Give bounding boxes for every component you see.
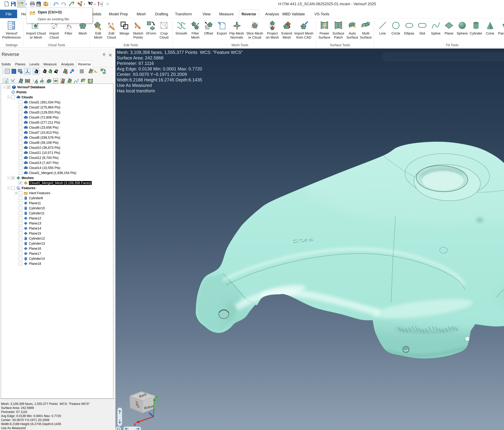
svg-text:?: ? — [91, 1, 93, 5]
svg-text:?: ? — [72, 1, 74, 5]
svg-text:Use Verisurf Analysis to compa: Use Verisurf Analysis to compare CAD to … — [391, 55, 478, 60]
svg-text:Y: Y — [155, 395, 158, 400]
svg-text:X: X — [134, 423, 136, 427]
svg-text:?: ? — [80, 1, 82, 5]
